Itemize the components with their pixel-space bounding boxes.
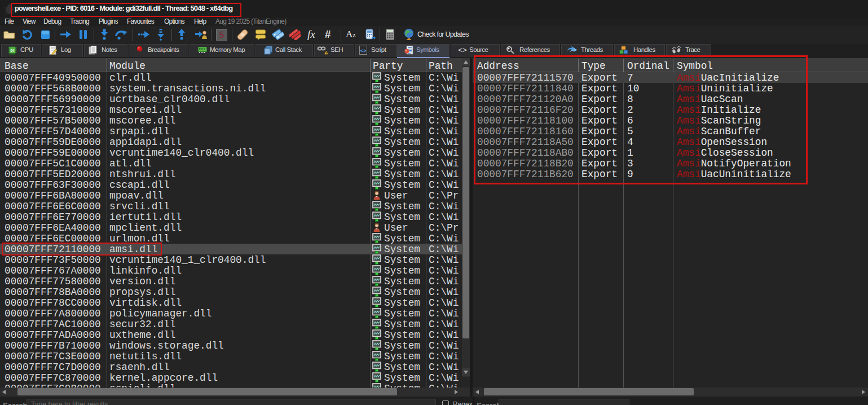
svg-text:S: S [219,30,224,39]
svg-text:<>: <> [360,49,367,54]
svg-text:<>: <> [458,46,467,54]
svg-text:64: 64 [10,49,15,52]
